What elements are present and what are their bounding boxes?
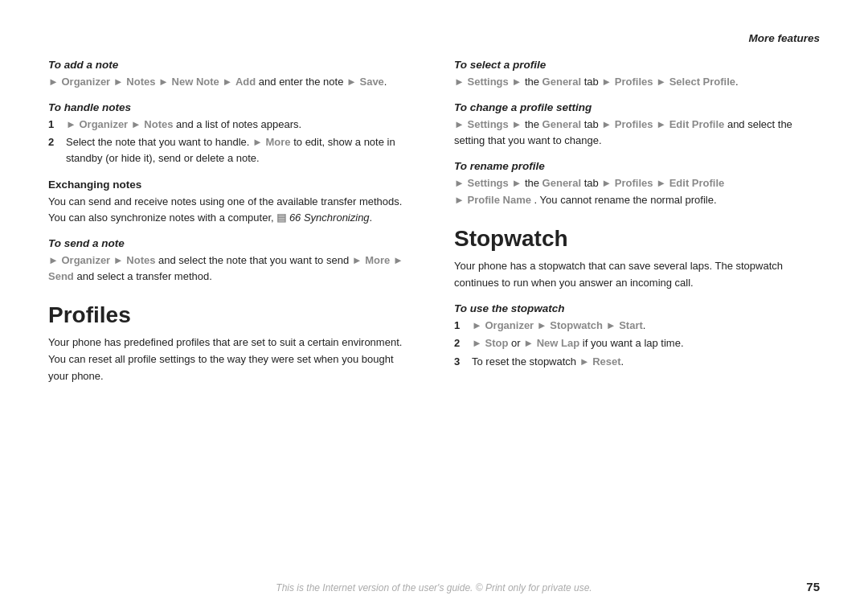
stopwatch-link: Stopwatch <box>550 319 603 331</box>
edit-profile-link: Edit Profile <box>669 177 725 189</box>
profiles-link: Profiles <box>615 118 653 130</box>
stopwatch-body: Your phone has a stopwatch that can save… <box>454 258 820 292</box>
arrow-icon: ► <box>393 254 403 266</box>
organizer-link: Organizer <box>80 118 129 130</box>
add-note-text: and enter the note <box>259 76 346 88</box>
send-link: Send <box>48 270 74 282</box>
organizer-link: Organizer <box>62 254 111 266</box>
list-item: 1 ► Organizer ► Notes and a list of note… <box>48 117 414 133</box>
exchanging-notes-body: You can send and receive notes using one… <box>48 194 414 226</box>
arrow-icon: ► <box>346 76 357 88</box>
arrow-icon: ► <box>113 254 124 266</box>
more-link: More <box>266 136 291 148</box>
notes-link: Notes <box>144 118 173 130</box>
save-link: Save <box>359 76 383 88</box>
rename-line1: ► Settings ► the General tab ► Profiles … <box>454 175 820 191</box>
list-item: 1 ► Organizer ► Stopwatch ► Start. <box>454 318 820 334</box>
change-profile-title: To change a profile setting <box>454 101 820 113</box>
arrow-icon: ► <box>48 254 59 266</box>
organizer-link: Organizer <box>62 76 111 88</box>
edit-profile-link: Edit Profile <box>669 118 725 130</box>
arrow-icon: ► <box>252 136 263 148</box>
arrow-icon: ► <box>158 76 169 88</box>
notes-link: Notes <box>126 254 155 266</box>
list-num: 3 <box>454 354 465 370</box>
handle-notes-list: 1 ► Organizer ► Notes and a list of note… <box>48 117 414 166</box>
stop-link: Stop <box>485 337 509 349</box>
page-header: More features <box>48 32 820 44</box>
footer: This is the Internet version of the user… <box>0 581 868 593</box>
sync-ref: 66 Synchronizing <box>289 211 370 224</box>
profiles-body: Your phone has predefined profiles that … <box>48 335 414 384</box>
use-stopwatch-section: To use the stopwatch 1 ► Organizer ► Sto… <box>454 302 820 369</box>
list-num: 1 <box>48 117 59 133</box>
select-profile-body: ► Settings ► the General tab ► Profiles … <box>454 74 820 90</box>
new-lap-link: New Lap <box>537 337 579 349</box>
rename-line2: ► Profile Name . You cannot rename the n… <box>454 192 820 208</box>
add-note-section: To add a note ► Organizer ► Notes ► New … <box>48 59 414 90</box>
right-column: To select a profile ► Settings ► the Gen… <box>454 59 820 390</box>
arrow-icon: ► <box>131 118 141 130</box>
arrow-icon: ► <box>472 337 482 349</box>
list-item-content: ► Stop or ► New Lap if you want a lap ti… <box>472 335 684 351</box>
profiles-link: Profiles <box>615 76 653 88</box>
list-num: 2 <box>454 335 465 351</box>
arrow-icon: ► <box>472 319 482 331</box>
list-item: 2 Select the note that you want to handl… <box>48 134 414 166</box>
list-item-content: ► Organizer ► Notes and a list of notes … <box>66 117 301 133</box>
more-link: More <box>365 254 390 266</box>
arrow-icon: ► <box>606 319 616 331</box>
page: More features To add a note ► Organizer … <box>0 0 868 616</box>
profile-name-link: Profile Name <box>468 194 531 206</box>
notes-link: Notes <box>126 76 155 88</box>
left-column: To add a note ► Organizer ► Notes ► New … <box>48 59 414 390</box>
main-columns: To add a note ► Organizer ► Notes ► New … <box>48 59 820 390</box>
profiles-section: Profiles Your phone has predefined profi… <box>48 302 414 384</box>
arrow-icon: ► <box>523 337 534 349</box>
profiles-heading: Profiles <box>48 302 414 328</box>
arrow-icon: ► <box>352 254 362 266</box>
arrow-icon: ► <box>454 177 465 189</box>
select-profile-section: To select a profile ► Settings ► the Gen… <box>454 59 820 90</box>
exchanging-notes-section: Exchanging notes You can send and receiv… <box>48 179 414 226</box>
rename-profile-section: To rename profile ► Settings ► the Gener… <box>454 160 820 207</box>
reset-link: Reset <box>592 355 620 368</box>
page-number: 75 <box>806 580 820 593</box>
organizer-link: Organizer <box>485 319 534 331</box>
arrow-icon: ► <box>601 177 612 189</box>
arrow-icon: ► <box>579 355 590 368</box>
arrow-icon: ► <box>656 76 666 88</box>
add-note-body: ► Organizer ► Notes ► New Note ► Add and… <box>48 74 414 90</box>
send-note-title: To send a note <box>48 237 414 249</box>
footer-text: This is the Internet version of the user… <box>276 582 592 593</box>
arrow-icon: ► <box>537 319 547 331</box>
use-stopwatch-title: To use the stopwatch <box>454 302 820 314</box>
add-note-title: To add a note <box>48 59 414 71</box>
arrow-icon: ► <box>656 118 666 130</box>
list-item: 3 To reset the stopwatch ► Reset. <box>454 354 820 370</box>
general-link: General <box>542 177 581 189</box>
arrow-icon: ► <box>601 76 612 88</box>
arrow-icon: ► <box>511 76 522 88</box>
arrow-icon: ► <box>113 76 124 88</box>
start-link: Start <box>619 319 643 331</box>
arrow-icon: ► <box>454 118 465 130</box>
stopwatch-list: 1 ► Organizer ► Stopwatch ► Start. <box>454 318 820 369</box>
handle-notes-section: To handle notes 1 ► Organizer ► Notes an… <box>48 101 414 166</box>
stopwatch-section: Stopwatch Your phone has a stopwatch tha… <box>454 226 820 370</box>
general-link: General <box>542 118 581 130</box>
select-profile-title: To select a profile <box>454 59 820 71</box>
send-note-section: To send a note ► Organizer ► Notes and s… <box>48 237 414 285</box>
stopwatch-heading: Stopwatch <box>454 226 820 252</box>
arrow-icon: ► <box>454 194 465 206</box>
change-profile-body: ► Settings ► the General tab ► Profiles … <box>454 117 820 149</box>
settings-link: Settings <box>468 177 509 189</box>
settings-link: Settings <box>468 76 509 88</box>
list-num: 2 <box>48 134 59 166</box>
list-item-content: Select the note that you want to handle.… <box>66 134 414 166</box>
general-link: General <box>542 76 581 88</box>
profiles-link: Profiles <box>615 177 653 189</box>
arrow-icon: ► <box>656 177 666 189</box>
arrow-icon: ► <box>454 76 465 88</box>
exchanging-notes-title: Exchanging notes <box>48 179 414 191</box>
